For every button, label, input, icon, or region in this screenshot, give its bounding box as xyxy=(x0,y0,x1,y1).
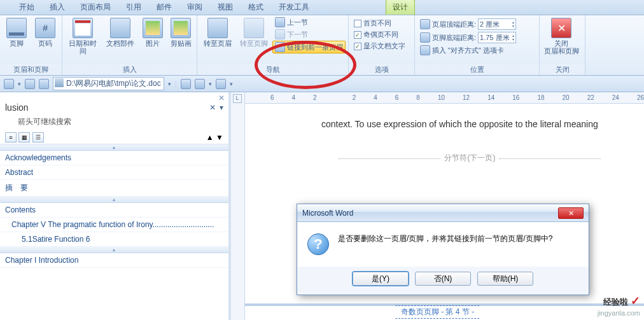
nav-item[interactable]: Acknowledgements xyxy=(0,151,228,165)
ribbon: 页脚 页码 页眉和页脚 日期和时间 文档部件 图片 剪贴画 插入 转至页眉 转至… xyxy=(0,15,644,76)
goto-header-icon xyxy=(207,18,228,38)
close-icon xyxy=(551,18,571,38)
print-preview-icon[interactable] xyxy=(181,79,191,89)
dialog-close-button[interactable]: ✕ xyxy=(558,207,584,219)
nav-view-switch: ≡ ▦ ☰ ▲ ▼ xyxy=(0,131,228,144)
next-icon xyxy=(275,29,285,39)
nav-item[interactable]: Chapter I Introduction xyxy=(0,253,228,268)
quick-access-bar: ▾ D:\网易闪电邮\tmp\论文.doc ▾ | ▾ ▾ xyxy=(0,76,644,92)
dialog-help-button[interactable]: 帮助(H) xyxy=(477,272,533,286)
pane-close-icon[interactable]: ✕ xyxy=(218,94,225,102)
dialog-title: Microsoft Word xyxy=(302,209,353,218)
tab-mailings[interactable]: 邮件 xyxy=(150,0,178,15)
nav-item[interactable]: 5.1Satire Function 6 xyxy=(0,232,228,247)
group-close: 关闭 xyxy=(540,64,585,75)
prev-section-button[interactable]: 上一节 xyxy=(272,17,346,28)
nav-collapse-bar[interactable]: ▴ xyxy=(0,197,228,203)
nav-hint: 箭头可继续搜索 xyxy=(0,115,228,131)
align-icon xyxy=(420,45,430,55)
ribbon-tabs: 开始 插入 页面布局 引用 邮件 审阅 视图 格式 开发工具 设计 xyxy=(0,0,644,15)
watermark: 经验啦 ✓ jingyanla.com xyxy=(598,294,640,317)
tab-format[interactable]: 格式 xyxy=(242,0,270,15)
picture-icon xyxy=(143,18,163,38)
link-icon xyxy=(275,42,285,52)
nav-item[interactable]: Chapter V The pragmatic function of Iron… xyxy=(0,218,228,232)
nav-view-pages[interactable]: ▦ xyxy=(18,132,30,143)
group-insert: 插入 xyxy=(62,64,197,75)
dialog-titlebar[interactable]: Microsoft Word ✕ xyxy=(297,204,589,222)
clipart-button[interactable]: 剪贴画 xyxy=(167,17,194,48)
nav-dropdown-icon[interactable]: ▾ xyxy=(18,81,21,87)
group-position: 位置 xyxy=(415,64,539,75)
nav-back-icon[interactable] xyxy=(4,79,14,89)
nav-next-result[interactable]: ▼ xyxy=(216,133,223,142)
footer-distance-row: 页脚底端距离:1.75 厘米 xyxy=(417,31,519,44)
section-break-marker: 分节符(下一页) xyxy=(321,151,619,165)
undo-dropdown-icon[interactable]: ▾ xyxy=(230,81,233,87)
header-dist-icon xyxy=(420,19,430,29)
header-distance-input[interactable]: 2 厘米 xyxy=(478,18,516,30)
tab-insert[interactable]: 插入 xyxy=(43,0,71,15)
close-header-footer-button[interactable]: 关闭 页眉和页脚 xyxy=(542,17,580,56)
nav-prev-result[interactable]: ▲ xyxy=(206,133,214,142)
nav-title: lusion xyxy=(5,102,29,113)
tool-icon[interactable] xyxy=(195,79,205,89)
navigation-pane: ✕ lusion ✕▾ 箭头可继续搜索 ≡ ▦ ☰ ▲ ▼ ▴ Acknowle… xyxy=(0,92,231,320)
undo-icon[interactable] xyxy=(216,79,226,89)
ruler-origin-icon: L xyxy=(233,94,242,103)
nav-clear-icon[interactable]: ✕ xyxy=(209,103,216,112)
page-number-button[interactable]: 页码 xyxy=(32,17,60,48)
nav-item[interactable]: Contents xyxy=(0,203,228,218)
tab-design[interactable]: 设计 xyxy=(386,0,415,15)
nav-collapse-bar[interactable]: ▴ xyxy=(0,144,228,151)
tab-view[interactable]: 视图 xyxy=(211,0,239,15)
picture-button[interactable]: 图片 xyxy=(140,17,167,48)
tab-layout[interactable]: 页面布局 xyxy=(74,0,117,15)
dialog-no-button[interactable]: 否(N) xyxy=(415,272,471,286)
path-dropdown-icon[interactable]: ▾ xyxy=(168,81,171,87)
clipart-icon xyxy=(171,18,191,38)
refresh-icon[interactable] xyxy=(25,79,35,89)
nav-list: Acknowledgements Abstract 摘 要 ▴ Contents… xyxy=(0,151,228,320)
nav-view-results[interactable]: ☰ xyxy=(32,132,44,143)
footer-section-label: 奇数页页脚 - 第 4 节 - xyxy=(396,305,479,319)
quickparts-icon xyxy=(110,18,130,38)
footer-button[interactable]: 页脚 xyxy=(3,17,31,48)
footer-icon xyxy=(6,18,27,38)
stop-icon[interactable] xyxy=(39,79,49,89)
insert-align-tab-button[interactable]: 插入 "对齐方式" 选项卡 xyxy=(417,45,519,56)
link-previous-button[interactable]: 链接到前一条页眉 xyxy=(272,41,346,53)
datetime-button[interactable]: 日期和时间 xyxy=(65,17,101,56)
file-path-box[interactable]: D:\网易闪电邮\tmp\论文.doc xyxy=(53,77,164,90)
group-navigation: 导航 xyxy=(197,64,348,75)
quickparts-button[interactable]: 文档部件 xyxy=(102,17,139,48)
next-section-button[interactable]: 下一节 xyxy=(272,29,346,40)
confirm-dialog: Microsoft Word ✕ ? 是否要删除这一页眉/页脚，并将其链接到前一… xyxy=(297,204,589,295)
goto-header-button[interactable]: 转至页眉 xyxy=(200,17,235,48)
vertical-ruler: L xyxy=(231,92,245,320)
tab-review[interactable]: 审阅 xyxy=(181,0,209,15)
dialog-message: 是否要删除这一页眉/页脚，并将其链接到前一节的页眉/页脚中? xyxy=(338,233,552,255)
tab-references[interactable]: 引用 xyxy=(120,0,148,15)
document-body[interactable]: context. To use expression of which the … xyxy=(245,104,644,165)
diff-first-checkbox[interactable]: 首页不同 xyxy=(351,18,408,29)
nav-view-headings[interactable]: ≡ xyxy=(5,132,17,143)
tab-home[interactable]: 开始 xyxy=(13,0,41,15)
nav-item[interactable]: Abstract xyxy=(0,165,228,180)
diff-oddeven-checkbox[interactable]: ✓奇偶页不同 xyxy=(351,29,408,40)
goto-footer-button[interactable]: 转至页脚 xyxy=(236,17,271,48)
calendar-icon xyxy=(73,18,93,38)
horizontal-ruler: 6422468101214161820222426 xyxy=(245,92,644,104)
footer-distance-input[interactable]: 1.75 厘米 xyxy=(478,32,516,43)
group-options: 选项 xyxy=(349,64,414,75)
tool-dropdown-icon[interactable]: ▾ xyxy=(209,81,212,87)
nav-menu-icon[interactable]: ▾ xyxy=(220,103,223,112)
dialog-yes-button[interactable]: 是(Y) xyxy=(353,272,409,286)
question-icon: ? xyxy=(307,233,329,255)
nav-item[interactable]: 摘 要 xyxy=(0,180,228,197)
footer-dist-icon xyxy=(420,32,430,43)
show-doc-checkbox[interactable]: ✓显示文档文字 xyxy=(351,41,408,52)
nav-collapse-bar[interactable]: ▴ xyxy=(0,247,228,253)
page-number-icon xyxy=(35,18,55,38)
tab-developer[interactable]: 开发工具 xyxy=(272,0,316,15)
